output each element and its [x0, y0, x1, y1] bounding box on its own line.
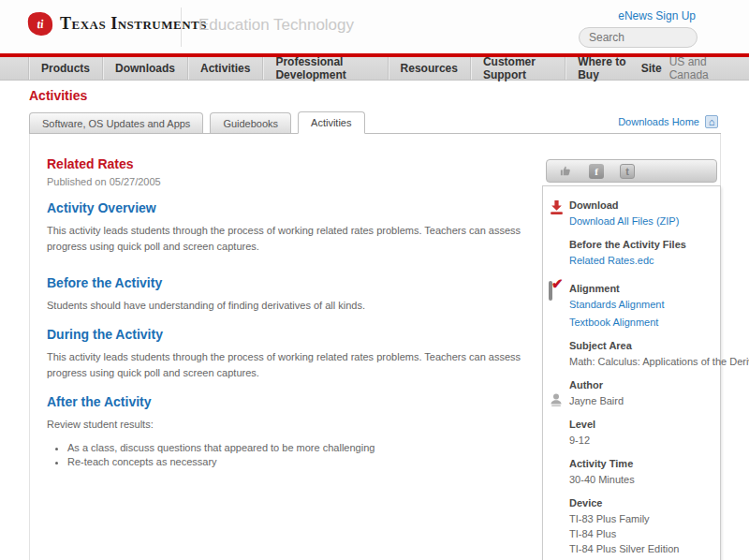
device-label: Device — [569, 497, 720, 508]
download-icon — [549, 199, 565, 215]
author-section: Author Jayne Baird — [543, 379, 720, 406]
section-heading-during-activity: During the Activity — [47, 327, 541, 342]
brand-name: Texas Instruments — [60, 14, 207, 34]
tab-software-os-updates[interactable]: Software, OS Updates and Apps — [29, 112, 203, 133]
section-heading-activity-overview: Activity Overview — [47, 200, 541, 215]
page-title: Activities — [29, 88, 87, 103]
download-all-files-link[interactable]: Download All Files (ZIP) — [569, 215, 720, 227]
search-box: » — [579, 27, 698, 48]
header: ti Texas Instruments Education Technolog… — [0, 0, 749, 53]
social-bar: f t — [546, 159, 717, 183]
header-divider — [181, 7, 182, 47]
activity-time-value: 30-40 Minutes — [569, 474, 720, 485]
level-label: Level — [569, 419, 720, 430]
alignment-label: Alignment — [569, 283, 720, 294]
section-body: This activity leads students through the… — [47, 223, 541, 255]
related-rates-edc-link[interactable]: Related Rates.edc — [569, 255, 720, 266]
nav-item-customer-support[interactable]: Customer Support — [470, 57, 565, 80]
activity-time-section: Activity Time 30-40 Minutes — [543, 458, 720, 485]
device-value: TI-84 Plus Silver Edition — [569, 543, 720, 554]
section-body: This activity leads students through the… — [47, 349, 541, 381]
page: ti Texas Instruments Education Technolog… — [0, 0, 749, 560]
sidebar: f t Download Download All Files (ZIP) Be… — [542, 159, 721, 560]
section-heading-after-activity: After the Activity — [47, 394, 541, 409]
article: Related Rates Published on 05/27/2005 Ac… — [47, 156, 541, 470]
subject-area-label: Subject Area — [569, 340, 720, 351]
level-value: 9-12 — [569, 435, 720, 446]
section-body: Students should have understanding of fi… — [47, 298, 541, 314]
twitter-icon[interactable]: t — [620, 164, 635, 179]
author-value: Jayne Baird — [569, 395, 720, 406]
subject-area-section: Subject Area Math: Calculus: Application… — [543, 340, 720, 367]
device-section: Device TI-83 Plus Family TI-84 Plus TI-8… — [543, 497, 720, 560]
tab-guidebooks[interactable]: Guidebooks — [210, 112, 291, 133]
site-value: US and Canada — [669, 55, 717, 81]
device-value: TI-84 Plus — [569, 528, 720, 539]
download-section: Download Download All Files (ZIP) — [543, 199, 720, 227]
before-activity-files-section: Before the Activity Files Related Rates.… — [543, 239, 720, 266]
nav-item-resources[interactable]: Resources — [388, 57, 470, 80]
alignment-section: ✔ Alignment Standards Alignment Textbook… — [543, 283, 720, 328]
nav-item-downloads[interactable]: Downloads — [102, 57, 187, 80]
subject-area-value: Math: Calculus: Applications of the Deri… — [569, 356, 720, 367]
tab-activities[interactable]: Activities — [298, 111, 364, 134]
author-person-icon — [549, 392, 565, 408]
bullet-list: As a class, discuss questions that appea… — [67, 442, 541, 467]
downloads-home: Downloads Home ⌂ — [618, 115, 718, 128]
published-date: Published on 05/27/2005 — [47, 176, 541, 187]
main-nav: Products Downloads Activities Profession… — [0, 57, 749, 81]
nav-item-activities[interactable]: Activities — [187, 57, 262, 80]
device-value: TI-83 Plus Family — [569, 513, 720, 524]
before-files-label: Before the Activity Files — [569, 239, 720, 250]
standards-alignment-link[interactable]: Standards Alignment — [569, 299, 720, 310]
nav-item-professional-development[interactable]: Professional Development — [262, 57, 387, 80]
section-body: Review student results: — [47, 417, 541, 433]
textbook-alignment-link[interactable]: Textbook Alignment — [569, 317, 720, 328]
division-title: Education Technology — [198, 16, 354, 35]
site-selector[interactable]: Site US and Canada — [641, 57, 749, 80]
facebook-icon[interactable]: f — [589, 164, 604, 179]
activity-time-label: Activity Time — [569, 458, 720, 469]
thumbs-up-icon[interactable] — [558, 164, 573, 179]
bullet-item: As a class, discuss questions that appea… — [67, 442, 541, 453]
home-icon[interactable]: ⌂ — [705, 115, 718, 128]
nav-item-products[interactable]: Products — [28, 57, 102, 80]
content-panel: Related Rates Published on 05/27/2005 Ac… — [29, 134, 721, 560]
level-section: Level 9-12 — [543, 419, 720, 446]
site-label: Site — [641, 62, 662, 75]
downloads-home-link[interactable]: Downloads Home — [618, 116, 699, 127]
nav-item-where-to-buy[interactable]: Where to Buy — [565, 57, 641, 80]
bullet-item: Re-teach concepts as necessary — [67, 456, 541, 467]
sidebar-box: Download Download All Files (ZIP) Before… — [542, 185, 721, 560]
article-title: Related Rates — [47, 156, 541, 171]
author-label: Author — [569, 379, 720, 391]
ti-logo-icon: ti — [27, 11, 53, 37]
alignment-checkbox-icon: ✔ — [549, 283, 565, 299]
search-input[interactable] — [580, 28, 698, 47]
tab-bar: Software, OS Updates and Apps Guidebooks… — [29, 111, 721, 134]
section-heading-before-activity: Before the Activity — [47, 275, 541, 290]
download-label: Download — [569, 199, 720, 211]
enews-signup-link[interactable]: eNews Sign Up — [618, 9, 696, 22]
